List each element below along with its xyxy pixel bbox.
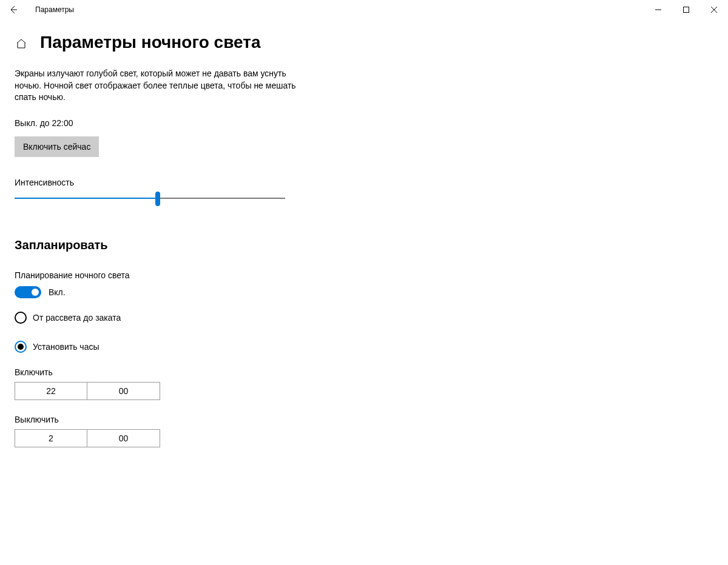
close-icon bbox=[711, 7, 717, 13]
radio-circle-icon bbox=[15, 312, 27, 324]
turn-on-label: Включить bbox=[15, 367, 300, 377]
content: Экраны излучают голубой свет, который мо… bbox=[15, 68, 300, 447]
home-button[interactable] bbox=[15, 37, 28, 50]
slider-thumb[interactable] bbox=[155, 192, 160, 206]
minimize-button[interactable] bbox=[644, 0, 672, 19]
schedule-plan-label: Планирование ночного света bbox=[15, 270, 300, 280]
description-text: Экраны излучают голубой свет, который мо… bbox=[15, 68, 300, 104]
turn-off-minute[interactable]: 00 bbox=[87, 429, 160, 447]
close-button[interactable] bbox=[700, 0, 728, 19]
radio-dot-icon bbox=[18, 344, 24, 350]
turn-on-now-button[interactable]: Включить сейчас bbox=[15, 136, 99, 157]
turn-on-time: 22 00 bbox=[15, 382, 300, 400]
page-header: Параметры ночного света bbox=[15, 33, 728, 52]
titlebar-left: Параметры bbox=[0, 0, 74, 19]
toggle-knob bbox=[32, 289, 39, 296]
titlebar: Параметры bbox=[0, 0, 728, 19]
status-text: Выкл. до 22:00 bbox=[15, 118, 300, 128]
turn-on-hour[interactable]: 22 bbox=[15, 382, 87, 400]
schedule-title: Запланировать bbox=[15, 238, 300, 252]
maximize-icon bbox=[683, 7, 689, 13]
radio-sunset[interactable]: От рассвета до заката bbox=[15, 312, 300, 324]
turn-off-label: Выключить bbox=[15, 415, 300, 424]
turn-off-hour[interactable]: 2 bbox=[15, 429, 87, 447]
radio-set-hours[interactable]: Установить часы bbox=[15, 341, 300, 353]
schedule-toggle-row: Вкл. bbox=[15, 286, 300, 298]
slider-fill bbox=[15, 198, 158, 199]
window-title: Параметры bbox=[35, 5, 74, 14]
intensity-label: Интенсивность bbox=[15, 178, 300, 187]
back-button[interactable] bbox=[0, 0, 27, 19]
toggle-state-label: Вкл. bbox=[49, 287, 66, 297]
turn-on-minute[interactable]: 00 bbox=[87, 382, 160, 400]
svg-rect-0 bbox=[684, 7, 689, 13]
turn-off-time: 2 00 bbox=[15, 429, 300, 447]
arrow-left-icon bbox=[8, 5, 18, 15]
maximize-button[interactable] bbox=[672, 0, 700, 19]
radio-sunset-label: От рассвета до заката bbox=[33, 313, 121, 323]
home-icon bbox=[15, 38, 27, 50]
radio-set-hours-label: Установить часы bbox=[33, 342, 99, 352]
intensity-slider[interactable] bbox=[15, 193, 285, 204]
page-title: Параметры ночного света bbox=[40, 33, 260, 52]
radio-circle-selected-icon bbox=[15, 341, 27, 353]
window-controls bbox=[644, 0, 728, 19]
minimize-icon bbox=[655, 7, 661, 13]
schedule-toggle[interactable] bbox=[15, 286, 41, 298]
